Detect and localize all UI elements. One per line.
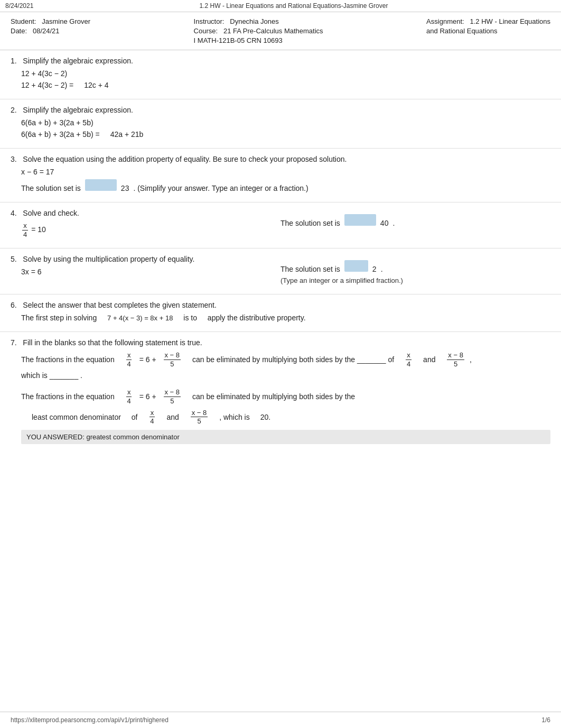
problem-7-number: 7. Fill in the blanks so that the follow… [11, 338, 550, 347]
p7-frac6: x − 8 5 [164, 388, 181, 405]
p3-sol-prefix: The solution set is [21, 184, 81, 192]
p7-frac5: x 4 [126, 388, 132, 405]
p3-sol-suffix: . (Simplify your answer. Type an integer… [133, 184, 308, 192]
problem-3-solution: The solution set is 23 . (Simplify your … [21, 179, 550, 192]
p7-lcd: least common denominator [32, 413, 121, 421]
p7-of: of [132, 413, 138, 421]
problem-1-number: 1. Simplify the algebraic expression. [11, 57, 550, 65]
problem-1: 1. Simplify the algebraic expression. 12… [0, 50, 561, 99]
p7-frac3: x 4 [406, 351, 412, 368]
date-line: Date: 08/24/21 [11, 27, 90, 35]
p1-sol-prefix: 12 + 4(3c − 2) = [21, 81, 73, 89]
header-right: Assignment: 1.2 HW - Linear Equations an… [426, 17, 550, 44]
problem-2-solution: 6(6a + b) + 3(2a + 5b) = 42a + 21b [21, 130, 550, 139]
problem-5-right: The solution set is 2 . (Type an integer… [280, 255, 550, 288]
problem-5-left: 5. Solve by using the multiplication pro… [11, 255, 280, 279]
p7-line3-prefix: The fractions in the equation [21, 392, 115, 401]
problem-1-expression: 12 + 4(3c − 2) [21, 69, 550, 78]
course-label: Course: [194, 27, 218, 35]
header-section: Student: Jasmine Grover Date: 08/24/21 I… [0, 12, 561, 50]
student-label: Student: [11, 17, 36, 25]
problem-7: 7. Fill in the blanks so that the follow… [0, 332, 561, 450]
top-bar-date: 8/24/2021 [5, 2, 33, 10]
problem-4-left: 4. Solve and check. x 4 = 10 [11, 209, 280, 242]
p2-sol-prefix: 6(6a + b) + 3(2a + 5b) = [21, 130, 100, 139]
problem-2: 2. Simplify the algebraic expression. 6(… [0, 99, 561, 149]
problem-3: 3. Solve the equation using the addition… [0, 149, 561, 202]
problem-6-solution: The first step in solving 7 + 4(x − 3) =… [21, 314, 550, 322]
problem-4-solution: The solution set is 40 . [280, 214, 550, 227]
problem-1-solution: 12 + 4(3c − 2) = 12c + 4 [21, 81, 550, 89]
p6-text2: is to [183, 314, 197, 322]
problem-5: 5. Solve by using the multiplication pro… [0, 248, 561, 294]
problem-2-expression: 6(6a + b) + 3(2a + 5b) [21, 118, 550, 127]
problem-1-content: 12 + 4(3c − 2) 12 + 4(3c − 2) = 12c + 4 [21, 69, 550, 89]
top-bar: 8/24/2021 1.2 HW - Linear Equations and … [0, 0, 561, 12]
top-bar-title: 1.2 HW - Linear Equations and Rational E… [200, 2, 388, 10]
course-code-line: I MATH-121B-05 CRN 10693 [194, 36, 323, 44]
p6-equation: 7 + 4(x − 3) = 8x + 18 [107, 314, 173, 322]
course-line: Course: 21 FA Pre-Calculus Mathematics [194, 27, 323, 35]
problem-5-content: 3x = 6 [21, 268, 280, 276]
assignment-sub: and Rational Equations [426, 27, 497, 35]
course-name: 21 FA Pre-Calculus Mathematics [223, 27, 323, 35]
problem-7-content: The fractions in the equation x 4 = 6 + … [21, 351, 550, 444]
problem-4-expression: x 4 = 10 [21, 222, 280, 238]
p3-answer-box [85, 179, 117, 191]
p1-sol-answer: 12c + 4 [84, 81, 108, 89]
p7-which-is: which is _______ . [21, 371, 82, 380]
problem-2-content: 6(6a + b) + 3(2a + 5b) 6(6a + b) + 3(2a … [21, 118, 550, 139]
problem-4-number: 4. Solve and check. [11, 209, 280, 217]
problem-6: 6. Select the answer that best completes… [0, 294, 561, 332]
problem-5-note: (Type an integer or a simplified fractio… [280, 277, 550, 284]
problem-5-number: 5. Solve by using the multiplication pro… [11, 255, 280, 263]
header-center: Instructor: Dynechia Jones Course: 21 FA… [194, 17, 323, 44]
problem-6-content: The first step in solving 7 + 4(x − 3) =… [21, 314, 550, 322]
problem-5-expression: 3x = 6 [21, 268, 280, 276]
p5-sol-suffix: . [381, 265, 383, 273]
assignment-line: Assignment: 1.2 HW - Linear Equations [426, 17, 550, 25]
student-line: Student: Jasmine Grover [11, 17, 90, 25]
problem-6-number: 6. Select the answer that best completes… [11, 301, 550, 309]
assignment-label: Assignment: [426, 17, 464, 25]
student-name: Jasmine Grover [42, 17, 90, 25]
p7-line4: least common denominator of x 4 and x − … [32, 409, 550, 426]
p7-line2: which is _______ . [21, 371, 550, 380]
top-bar-empty [554, 2, 556, 10]
problem-4: 4. Solve and check. x 4 = 10 The solutio… [0, 202, 561, 248]
header-left: Student: Jasmine Grover Date: 08/24/21 [11, 17, 90, 44]
p7-correction-block: The fractions in the equation x 4 = 6 + … [21, 388, 550, 425]
course-code: I MATH-121B-05 CRN 10693 [194, 36, 283, 44]
p5-answer-box [344, 260, 368, 272]
p7-which-is2: , which is [219, 413, 250, 421]
p7-and2: and [166, 413, 179, 421]
p5-sol-answer: 2 [372, 265, 377, 273]
p7-frac4: x − 8 5 [447, 351, 464, 368]
p5-sol-note: (Type an integer or a simplified fractio… [280, 277, 403, 284]
instructor-name: Dynechia Jones [230, 17, 279, 25]
date-value: 08/24/21 [33, 27, 60, 35]
p7-and: and [423, 355, 435, 364]
problem-5-solution: The solution set is 2 . [280, 260, 550, 273]
instructor-label: Instructor: [194, 17, 225, 25]
problem-4-right: The solution set is 40 . [280, 209, 550, 231]
instructor-line: Instructor: Dynechia Jones [194, 17, 323, 25]
p7-line1: The fractions in the equation x 4 = 6 + … [21, 351, 550, 368]
p6-answer: apply the distributive property. [208, 314, 306, 322]
p6-text: The first step in solving [21, 314, 97, 322]
p5-sol-prefix: The solution set is [280, 265, 340, 273]
assignment-name: 1.2 HW - Linear Equations [470, 17, 550, 25]
problem-4-content: x 4 = 10 [21, 222, 280, 238]
p2-sol-answer: 42a + 21b [110, 130, 144, 139]
p4-sol-suffix: . [392, 219, 395, 227]
p3-sol-answer: 23 [121, 184, 129, 192]
date-label: Date: [11, 27, 27, 35]
p7-line1-suffix: can be eliminated by multiplying both si… [192, 355, 394, 364]
p4-answer-box [344, 214, 376, 226]
problem-3-content: x − 6 = 17 The solution set is 23 . (Sim… [21, 168, 550, 192]
p7-frac8: x − 8 5 [191, 409, 208, 426]
problem-3-expression: x − 6 = 17 [21, 168, 550, 176]
p4-fraction: x 4 [22, 222, 28, 238]
p7-frac1: x 4 [126, 351, 132, 368]
p7-answer: 20. [260, 413, 270, 421]
